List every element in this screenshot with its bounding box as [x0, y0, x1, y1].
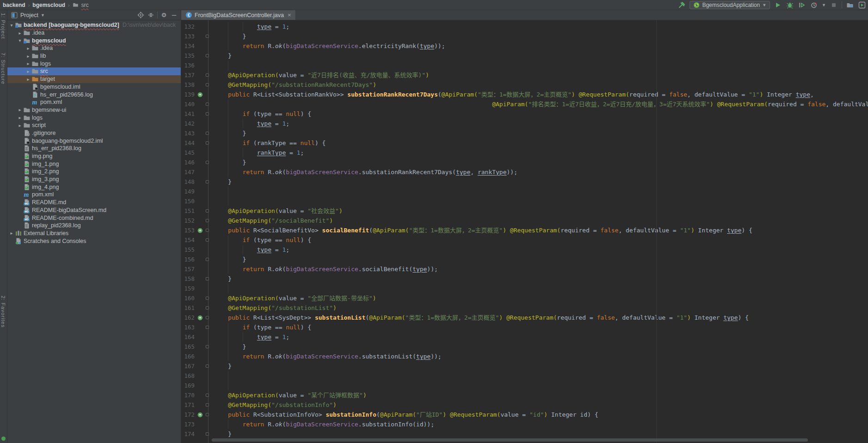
code-line-164[interactable]: 164 type = 1; — [181, 332, 868, 342]
fold-down-icon[interactable] — [206, 209, 209, 212]
tree-row-hs-err-pid2368.log[interactable]: hs_err_pid2368.log — [7, 145, 181, 152]
tree-row-pom.xml[interactable]: mpom.xml — [7, 191, 181, 199]
tree-expand-icon[interactable]: ▸ — [17, 115, 23, 120]
fold-down-icon[interactable] — [206, 112, 209, 115]
fold-up-icon[interactable] — [206, 35, 209, 38]
code-line-139[interactable]: 139 public R<List<SubstationRankVo>> sub… — [181, 90, 868, 99]
code-line-150[interactable]: 150 — [181, 196, 868, 206]
tree-row-bgemsnew-ui[interactable]: ▸bgemsnew-ui — [7, 106, 181, 114]
tree-row-baoguang-bgemscloud2.iml[interactable]: baoguang-bgemscloud2.iml — [7, 137, 181, 145]
code-line-166[interactable]: 166 return R.ok(bigDataScreenService.sub… — [181, 352, 868, 361]
tree-expand-icon[interactable]: ▸ — [25, 46, 31, 51]
tree-expand-icon[interactable]: ▸ — [25, 69, 31, 74]
code-line-158[interactable]: 158 } — [181, 274, 868, 284]
code-line-155[interactable]: 155 type = 1; — [181, 245, 868, 255]
fold-down-icon[interactable] — [206, 394, 209, 397]
tree-row-readme-combined.md[interactable]: MDREADME-combined.md — [7, 214, 181, 222]
code-line-132[interactable]: 132 type = 1; — [181, 22, 868, 31]
tree-expand-icon[interactable]: ▸ — [17, 123, 23, 128]
run-configuration-select[interactable]: BgemscloudApplication ▼ — [690, 1, 770, 9]
fold-down-icon[interactable] — [206, 103, 209, 106]
tree-expand-icon[interactable]: ▸ — [8, 231, 15, 236]
request-mapping-icon[interactable] — [196, 225, 204, 235]
code-line-136[interactable]: 136 — [181, 61, 868, 70]
tree-expand-icon[interactable]: ▸ — [25, 54, 31, 59]
code-line-137[interactable]: 137 @ApiOperation(value = "近7日排名(收益、充/放电… — [181, 70, 868, 80]
tree-row-backend-baoguang-bgemscloud2-[interactable]: ▾backend [baoguang-bgemscloud2]D:\svn\we… — [7, 21, 181, 29]
code-line-140[interactable]: 140 @ApiParam("排名类型：1=近7日收益，2=近7日充/放电量，3… — [181, 99, 868, 109]
tree-expand-icon[interactable]: ▾ — [17, 38, 23, 43]
project-structure-icon[interactable] — [846, 1, 854, 9]
fold-down-icon[interactable] — [206, 316, 209, 319]
code-line-147[interactable]: 147 return R.ok(bigDataScreenService.sub… — [181, 167, 868, 177]
tree-row-.gitignore[interactable]: .gitignore — [7, 129, 181, 137]
gear-icon[interactable]: ⚙ — [160, 11, 168, 19]
code-line-134[interactable]: 134 return R.ok(bigDataScreenService.ele… — [181, 41, 868, 51]
code-area[interactable]: 132 type = 1;133 }134 return R.ok(bigDat… — [181, 20, 868, 443]
code-line-157[interactable]: 157 return R.ok(bigDataScreenService.soc… — [181, 264, 868, 274]
tree-row-img-2.png[interactable]: img_2.png — [7, 168, 181, 176]
debug-icon[interactable] — [786, 1, 794, 9]
tree-row-scratches-and-consoles[interactable]: Scratches and Consoles — [7, 237, 181, 245]
breadcrumb-item-backend[interactable]: backend — [3, 2, 25, 8]
tree-row-bgemscloud[interactable]: ▾bgemscloud — [7, 36, 181, 44]
code-line-135[interactable]: 135 } — [181, 51, 868, 61]
fold-down-icon[interactable] — [206, 297, 209, 300]
code-line-162[interactable]: 162 public R<List<SysDept>> substationLi… — [181, 313, 868, 322]
code-line-171[interactable]: 171 @GetMapping("/substationInfo") — [181, 400, 868, 410]
tree-row-img-1.png[interactable]: img_1.png — [7, 160, 181, 168]
code-line-163[interactable]: 163 if (type == null) { — [181, 322, 868, 332]
close-icon[interactable]: × — [287, 12, 291, 18]
fold-down-icon[interactable] — [206, 238, 209, 242]
request-mapping-icon[interactable] — [196, 313, 204, 322]
locate-icon[interactable] — [137, 11, 145, 19]
code-line-170[interactable]: 170 @ApiOperation(value = "某个厂站弹框数据") — [181, 390, 868, 400]
tree-row-readme.md[interactable]: MDREADME.md — [7, 199, 181, 206]
editor-tab[interactable]: C FrontBigDataScreenController.java × — [181, 10, 295, 20]
fold-down-icon[interactable] — [206, 73, 209, 77]
code-line-142[interactable]: 142 type = 1; — [181, 119, 868, 128]
fold-up-icon[interactable] — [206, 345, 209, 348]
horizontal-scrollbar[interactable] — [212, 438, 808, 442]
tree-row-logs[interactable]: ▸logs — [7, 114, 181, 121]
code-line-146[interactable]: 146 } — [181, 158, 868, 167]
breadcrumb-item-bgemscloud[interactable]: bgemscloud — [32, 2, 65, 8]
code-line-156[interactable]: 156 } — [181, 255, 868, 264]
tree-row-img-4.png[interactable]: img_4.png — [7, 183, 181, 191]
fold-up-icon[interactable] — [206, 258, 209, 261]
fold-down-icon[interactable] — [206, 413, 209, 416]
fold-up-icon[interactable] — [206, 180, 209, 183]
tree-row-hs-err-pid29656.log[interactable]: ?hs_err_pid29656.log — [7, 91, 181, 98]
tree-row-.idea[interactable]: ▸.idea — [7, 44, 181, 52]
code-line-167[interactable]: 167 } — [181, 361, 868, 371]
tree-expand-icon[interactable]: ▾ — [8, 23, 15, 28]
code-line-148[interactable]: 148 } — [181, 177, 868, 187]
tree-expand-icon[interactable]: ▸ — [17, 107, 23, 112]
fold-down-icon[interactable] — [206, 326, 209, 329]
fold-up-icon[interactable] — [206, 219, 209, 222]
tool-window-button-favorites[interactable]: 2: Favorites — [0, 296, 6, 328]
tree-row-img-3.png[interactable]: img_3.png — [7, 176, 181, 183]
code-line-152[interactable]: 152 @GetMapping("/socialBenefit") — [181, 216, 868, 225]
tool-window-button-project[interactable]: 1: Project — [0, 13, 6, 39]
tree-row-lib[interactable]: ▸lib — [7, 52, 181, 60]
code-line-172[interactable]: 172 public R<SubstationInfoVo> substatio… — [181, 410, 868, 419]
chevron-down-icon[interactable]: ▼ — [822, 3, 826, 7]
tree-row-img.png[interactable]: img.png — [7, 152, 181, 160]
code-line-161[interactable]: 161 @GetMapping("/substationList") — [181, 303, 868, 313]
fold-up-icon[interactable] — [206, 132, 209, 135]
tree-row-external-libraries[interactable]: ▸External Libraries — [7, 230, 181, 237]
code-line-173[interactable]: 173 return R.ok(bigDataScreenService.sub… — [181, 419, 868, 429]
fold-up-icon[interactable] — [206, 432, 209, 436]
tree-row-pom.xml[interactable]: mpom.xml — [7, 98, 181, 106]
tree-row-script[interactable]: ▸script — [7, 121, 181, 129]
code-line-133[interactable]: 133 } — [181, 31, 868, 41]
fold-up-icon[interactable] — [206, 161, 209, 164]
run-icon[interactable] — [774, 1, 782, 9]
project-panel-title[interactable]: Project — [20, 12, 38, 18]
run-anything-icon[interactable] — [858, 1, 866, 9]
code-line-159[interactable]: 159 — [181, 284, 868, 293]
tree-row-target[interactable]: ▸target — [7, 75, 181, 83]
tree-row-.idea[interactable]: ▸.idea — [7, 29, 181, 37]
request-mapping-icon[interactable] — [196, 410, 204, 419]
